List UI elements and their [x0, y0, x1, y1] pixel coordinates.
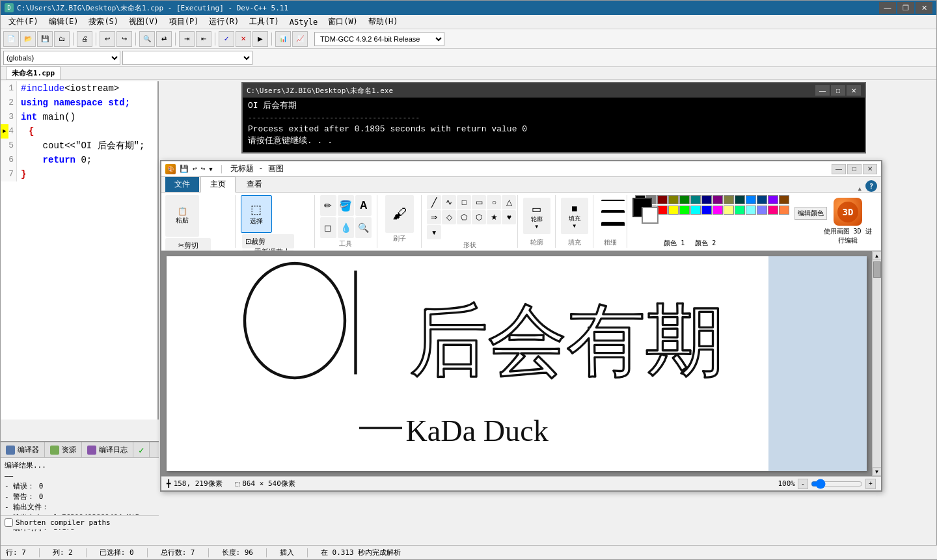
shorten-checkbox[interactable] [5, 518, 13, 527]
shape-heart[interactable]: ♥ [502, 210, 516, 224]
save-button[interactable]: 💾 [37, 31, 53, 47]
color-violet[interactable] [768, 195, 778, 204]
color-green[interactable] [679, 195, 690, 204]
maximize-button[interactable]: ❐ [897, 2, 914, 14]
menu-search[interactable]: 搜索(S) [83, 15, 124, 29]
shape-rect[interactable]: □ [457, 195, 471, 209]
outline-button[interactable]: ▭ 轮廓 ▼ [523, 198, 550, 234]
compile-run-button[interactable]: ▶ [252, 31, 268, 47]
paint-minimize[interactable]: — [832, 164, 846, 174]
shape-curve[interactable]: ∿ [442, 195, 456, 209]
chart-button[interactable]: 📊 [275, 31, 291, 47]
shape-arrow-right[interactable]: ⇒ [427, 210, 441, 224]
menu-run[interactable]: 运行(R) [204, 15, 244, 29]
scope-select[interactable]: (globals) [3, 51, 120, 65]
paint-maximize[interactable]: □ [847, 164, 862, 174]
shape-star5[interactable]: ★ [487, 210, 501, 224]
color-light-cyan[interactable] [746, 206, 756, 215]
color-yellow[interactable] [668, 206, 679, 215]
paint-tab-file[interactable]: 文件 [165, 177, 199, 192]
compiler-select[interactable]: TDM-GCC 4.9.2 64-bit Release [314, 32, 444, 46]
minimize-button[interactable]: — [879, 2, 896, 14]
menu-help[interactable]: 帮助(H) [363, 15, 403, 29]
color-dark-yellow[interactable] [724, 195, 734, 204]
save-all-button[interactable]: 🗂 [54, 31, 70, 47]
magnifier-button[interactable]: 🔍 [355, 217, 372, 238]
color-brown[interactable] [779, 195, 789, 204]
tab-check[interactable]: ✓ [133, 442, 150, 457]
canvas-scrollbar-v[interactable]: ▲ ▼ [872, 251, 881, 476]
color-hot-pink[interactable] [768, 206, 778, 215]
shape-diamond[interactable]: ◇ [442, 210, 456, 224]
console-minimize[interactable]: — [815, 85, 830, 96]
function-select[interactable] [122, 51, 252, 65]
color-light-yellow[interactable] [724, 206, 734, 215]
color-olive[interactable] [668, 195, 679, 204]
unindent-button[interactable]: ⇤ [196, 31, 211, 47]
compile-button[interactable]: ✓ [219, 31, 234, 47]
code-editor[interactable]: 1 #include<iostream> 2 using namespace s… [1, 81, 159, 420]
zoom-out-button[interactable]: - [798, 479, 808, 489]
color-spring-green[interactable] [735, 206, 745, 215]
menu-file[interactable]: 文件(F) [3, 15, 44, 29]
select-button[interactable]: ⬚ 选择 [241, 195, 272, 233]
tab-compiler[interactable]: 编译器 [1, 442, 45, 457]
color-dark-teal[interactable] [735, 195, 745, 204]
thick-3[interactable] [601, 222, 625, 232]
color-periwinkle[interactable] [757, 206, 767, 215]
menu-view[interactable]: 视图(V) [124, 15, 164, 29]
run-button[interactable]: ✕ [236, 31, 251, 47]
color-orange[interactable] [779, 206, 789, 215]
menu-window[interactable]: 窗口(W) [323, 15, 363, 29]
thick-2[interactable] [601, 210, 625, 219]
shape-triangle[interactable]: △ [502, 195, 516, 209]
thick-1[interactable] [601, 200, 625, 207]
fill-shape-button[interactable]: ■ 填充 ▼ [561, 198, 588, 234]
print-button[interactable]: 🖨 [77, 31, 92, 47]
shape-rounded-rect[interactable]: ▭ [472, 195, 486, 209]
close-button[interactable]: ✕ [916, 2, 932, 14]
text-button[interactable]: A [355, 195, 372, 216]
color-cyan[interactable] [690, 206, 701, 215]
paint-canvas-wrapper[interactable]: 后 会 有 期 KaDa Duck [161, 251, 881, 476]
menu-project[interactable]: 项目(P) [164, 15, 204, 29]
menu-tools[interactable]: 工具(T) [244, 15, 284, 29]
brush-button[interactable]: 🖌 [385, 195, 414, 233]
shape-line[interactable]: ╱ [427, 195, 441, 209]
shape-more[interactable]: ▼ [427, 225, 441, 239]
color-teal[interactable] [690, 195, 701, 204]
color-red[interactable] [657, 206, 668, 215]
paint-help-button[interactable]: ? [865, 180, 877, 192]
menu-edit[interactable]: 编辑(E) [44, 15, 84, 29]
paint-quick-save[interactable]: 💾 [180, 165, 189, 173]
paint-tab-home[interactable]: 主页 [200, 176, 236, 193]
eyedropper-button[interactable]: 💧 [338, 217, 354, 238]
eraser-button[interactable]: ◻ [320, 217, 336, 238]
indent-button[interactable]: ⇥ [179, 31, 195, 47]
color-blue[interactable] [701, 206, 712, 215]
replace-button[interactable]: ⇄ [156, 31, 172, 47]
tab-compile-log[interactable]: 编译日志 [82, 442, 133, 457]
menu-astyle[interactable]: AStyle [284, 16, 323, 28]
color-magenta[interactable] [713, 206, 723, 215]
color-dark-blue[interactable] [757, 195, 767, 204]
find-button[interactable]: 🔍 [139, 31, 155, 47]
paint-close[interactable]: ✕ [863, 164, 877, 174]
zoom-slider[interactable] [811, 479, 863, 489]
tab-resources[interactable]: 资源 [45, 442, 82, 457]
profile-button[interactable]: 📈 [292, 31, 308, 47]
shape-ellipse[interactable]: ○ [487, 195, 501, 209]
shape-pentagon[interactable]: ⬠ [457, 210, 471, 224]
console-close[interactable]: ✕ [847, 85, 861, 96]
ribbon-expand-up[interactable]: ▲ [857, 185, 863, 192]
color2-swatch[interactable] [642, 207, 659, 224]
paste-button[interactable]: 📋 粘贴 [165, 195, 199, 237]
color-light-blue[interactable] [746, 195, 756, 204]
scroll-up-button[interactable]: ▲ [873, 251, 882, 260]
fill-button[interactable]: 🪣 [338, 195, 354, 216]
paint-quick-undo[interactable]: ↩ [193, 165, 197, 173]
paint-quick-redo[interactable]: ↪ [201, 165, 206, 173]
scroll-down-button[interactable]: ▼ [873, 467, 882, 476]
new-button[interactable]: 📄 [3, 31, 19, 47]
open-button[interactable]: 📂 [20, 31, 36, 47]
